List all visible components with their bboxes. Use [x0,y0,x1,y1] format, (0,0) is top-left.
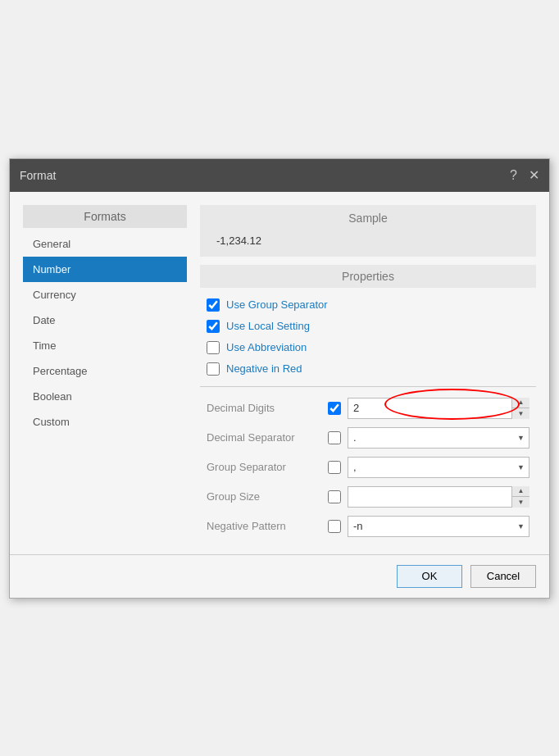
negative-pattern-select[interactable]: -n (n) [348,516,529,537]
group-separator-row: Group Separator , . ▼ [200,453,536,482]
group-size-checkbox[interactable] [328,490,341,503]
group-size-down[interactable]: ▼ [512,497,529,508]
format-item-number[interactable]: Number [23,257,187,282]
decimal-separator-control: . , ▼ [348,427,529,449]
decimal-digits-label: Decimal Digits [207,402,321,414]
negative-pattern-control: -n (n) ▼ [348,516,529,537]
decimal-digits-up[interactable]: ▲ [512,398,529,409]
sample-section: Sample -1,234.12 [200,205,536,257]
format-dialog: Format ? ✕ Formats General Number Curren… [9,158,550,599]
group-separator-control: , . ▼ [348,457,529,478]
decimal-digits-row: Decimal Digits ▲ ▼ [200,394,536,423]
decimal-digits-input[interactable] [348,398,529,419]
dialog-body: Formats General Number Currency Date Tim… [10,192,549,554]
format-item-custom[interactable]: Custom [23,409,187,435]
dialog-title: Format [20,169,510,182]
format-item-currency[interactable]: Currency [23,282,187,307]
group-separator-select[interactable]: , . [348,457,529,478]
format-list: General Number Currency Date Time Percen… [23,231,187,435]
properties-header: Properties [200,265,536,288]
group-size-spinners: ▲ ▼ [511,486,529,508]
format-item-general[interactable]: General [23,231,187,257]
title-bar: Format ? ✕ [10,159,549,192]
properties-section: Properties Use Group Separator Use Local… [200,265,536,541]
use-abbreviation-checkbox[interactable] [207,341,220,354]
help-button[interactable]: ? [510,169,517,182]
decimal-digits-spinners: ▲ ▼ [511,398,529,419]
sample-value: -1,234.12 [210,231,526,250]
format-item-time[interactable]: Time [23,333,187,358]
decimal-digits-down[interactable]: ▼ [512,408,529,419]
negative-in-red-checkbox[interactable] [207,362,220,376]
sample-header: Sample [210,212,526,225]
use-group-separator-label: Use Group Separator [226,298,328,311]
formats-panel: Formats General Number Currency Date Tim… [23,205,187,541]
group-size-row: Group Size ▲ ▼ [200,482,536,512]
cancel-button[interactable]: Cancel [470,565,536,588]
dialog-footer: OK Cancel [10,554,549,598]
decimal-separator-label: Decimal Separator [207,431,321,444]
title-bar-buttons: ? ✕ [510,169,539,182]
use-group-separator-checkbox[interactable] [207,298,220,312]
decimal-separator-checkbox[interactable] [328,431,341,444]
use-local-setting-checkbox[interactable] [207,320,220,333]
group-separator-checkbox[interactable] [328,461,341,474]
format-item-percentage[interactable]: Percentage [23,358,187,384]
decimal-digits-control: ▲ ▼ [348,398,529,419]
format-item-boolean[interactable]: Boolean [23,384,187,409]
ok-button[interactable]: OK [397,565,462,588]
right-panel: Sample -1,234.12 Properties Use Group Se… [200,205,536,541]
negative-in-red-row: Negative in Red [200,358,536,380]
use-local-setting-label: Use Local Setting [226,320,310,332]
negative-pattern-label: Negative Pattern [207,520,321,532]
negative-pattern-row: Negative Pattern -n (n) ▼ [200,512,536,541]
format-item-date[interactable]: Date [23,307,187,333]
use-abbreviation-row: Use Abbreviation [200,337,536,358]
group-size-control: ▲ ▼ [348,486,529,508]
decimal-digits-checkbox[interactable] [328,402,341,415]
group-separator-label: Group Separator [207,461,321,473]
decimal-separator-select[interactable]: . , [348,427,529,449]
close-button[interactable]: ✕ [529,169,539,182]
group-size-label: Group Size [207,490,321,503]
formats-header: Formats [23,205,187,228]
negative-pattern-checkbox[interactable] [328,520,341,533]
divider [200,386,536,387]
group-size-input[interactable] [348,486,529,508]
negative-in-red-label: Negative in Red [226,362,302,375]
use-group-separator-row: Use Group Separator [200,294,536,316]
use-local-setting-row: Use Local Setting [200,316,536,337]
decimal-separator-row: Decimal Separator . , ▼ [200,423,536,453]
group-size-up[interactable]: ▲ [512,486,529,498]
use-abbreviation-label: Use Abbreviation [226,341,307,353]
